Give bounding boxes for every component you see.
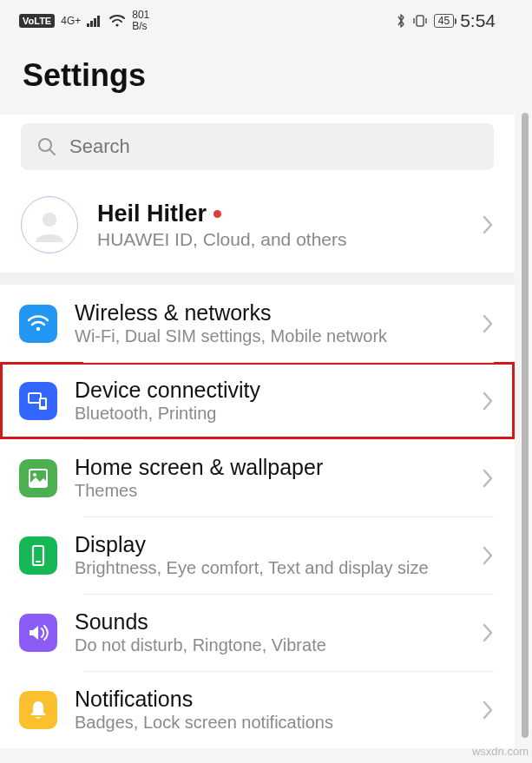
devices-icon xyxy=(19,382,57,420)
settings-item-display[interactable]: DisplayBrightness, Eye comfort, Text and… xyxy=(0,516,515,594)
chevron-right-icon xyxy=(482,214,494,235)
bell-icon xyxy=(19,691,57,729)
chevron-right-icon xyxy=(482,468,494,489)
item-subtitle: Themes xyxy=(75,481,464,501)
svg-point-10 xyxy=(43,213,56,227)
chevron-right-icon xyxy=(482,622,494,643)
item-subtitle: Do not disturb, Ringtone, Vibrate xyxy=(75,635,464,655)
settings-item-devices[interactable]: Device connectivityBluetooth, Printing xyxy=(0,362,515,439)
battery-indicator: 45 xyxy=(434,14,454,28)
chevron-right-icon xyxy=(482,313,494,334)
item-subtitle: Bluetooth, Printing xyxy=(75,404,464,424)
display-icon xyxy=(19,536,57,575)
settings-item-sound[interactable]: SoundsDo not disturb, Ringtone, Vibrate xyxy=(0,594,515,671)
account-name: Heil Hitler xyxy=(97,201,207,227)
network-speed: 801 B/s xyxy=(132,10,149,32)
svg-line-9 xyxy=(49,149,55,155)
watermark: wsxdn.com xyxy=(472,745,529,758)
scrollbar[interactable] xyxy=(522,113,529,738)
item-title: Device connectivity xyxy=(75,378,464,403)
item-subtitle: Badges, Lock screen notifications xyxy=(75,713,464,733)
item-subtitle: Brightness, Eye comfort, Text and displa… xyxy=(75,558,464,578)
search-box[interactable] xyxy=(21,123,494,170)
svg-rect-1 xyxy=(90,21,93,27)
status-bar: VoLTE 4G+ 801 B/s 45 5:54 xyxy=(0,0,515,42)
svg-rect-0 xyxy=(87,23,89,27)
clock-label: 5:54 xyxy=(460,10,496,31)
svg-rect-12 xyxy=(29,393,41,403)
svg-point-4 xyxy=(116,23,119,26)
chevron-right-icon xyxy=(482,391,494,411)
notification-dot-icon xyxy=(213,210,221,218)
page-header: Settings xyxy=(0,42,515,115)
settings-list: Wireless & networksWi-Fi, Dual SIM setti… xyxy=(0,285,515,748)
settings-item-image[interactable]: Home screen & wallpaperThemes xyxy=(0,439,515,516)
avatar xyxy=(21,196,78,253)
svg-rect-5 xyxy=(417,16,424,26)
item-title: Wireless & networks xyxy=(75,300,464,326)
page-title: Settings xyxy=(23,57,492,94)
settings-item-wifi[interactable]: Wireless & networksWi-Fi, Dual SIM setti… xyxy=(0,285,515,362)
settings-item-bell[interactable]: NotificationsBadges, Lock screen notific… xyxy=(0,671,515,748)
item-title: Sounds xyxy=(75,609,464,635)
network-type-label: 4G+ xyxy=(61,16,81,26)
item-title: Display xyxy=(75,532,464,557)
vibrate-icon xyxy=(412,13,428,29)
search-icon xyxy=(36,136,57,157)
search-input[interactable] xyxy=(69,135,478,158)
item-title: Notifications xyxy=(75,687,464,712)
account-subtitle: HUAWEI ID, Cloud, and others xyxy=(97,229,463,250)
account-row[interactable]: Heil Hitler HUAWEI ID, Cloud, and others xyxy=(0,182,515,273)
image-icon xyxy=(19,459,57,497)
svg-rect-14 xyxy=(41,399,45,406)
chevron-right-icon xyxy=(482,545,494,566)
svg-point-16 xyxy=(33,473,36,477)
wifi-icon xyxy=(19,305,57,343)
wifi-icon xyxy=(108,14,126,28)
svg-rect-3 xyxy=(97,16,100,27)
sound-icon xyxy=(19,614,57,652)
signal-icon xyxy=(87,15,102,27)
volte-badge: VoLTE xyxy=(19,14,55,28)
svg-rect-2 xyxy=(94,18,96,27)
bluetooth-icon xyxy=(396,13,406,29)
chevron-right-icon xyxy=(482,700,494,720)
item-subtitle: Wi-Fi, Dual SIM settings, Mobile network xyxy=(75,326,464,346)
svg-point-11 xyxy=(36,326,40,330)
item-title: Home screen & wallpaper xyxy=(75,455,464,480)
